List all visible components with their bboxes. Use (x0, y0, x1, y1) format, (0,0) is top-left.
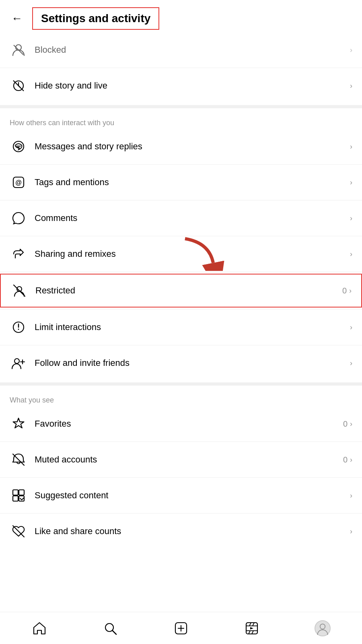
like-share-chevron: › (350, 527, 352, 536)
see-section-label: What you see (0, 389, 362, 408)
comments-item[interactable]: Comments › (0, 202, 362, 234)
svg-point-13 (14, 359, 19, 363)
svg-point-28 (320, 624, 325, 629)
hide-story-right: › (350, 82, 352, 90)
tags-right: › (350, 178, 352, 187)
svg-line-23 (113, 631, 116, 634)
blocked-item[interactable]: Blocked › (0, 34, 362, 66)
messages-item[interactable]: Messages and story replies › (0, 130, 362, 163)
svg-rect-19 (19, 490, 24, 495)
sharing-icon (10, 245, 27, 263)
sharing-right: › (350, 250, 352, 258)
like-share-item[interactable]: Like and share counts › (0, 515, 362, 547)
reels-icon (245, 621, 259, 636)
limit-right: › (350, 323, 352, 332)
muted-right: 0 › (343, 455, 352, 464)
nav-reels[interactable] (236, 616, 268, 640)
avatar (315, 620, 331, 636)
muted-icon (10, 451, 27, 469)
restricted-icon (10, 282, 28, 299)
limit-label: Limit interactions (35, 322, 350, 332)
bottom-nav (0, 612, 362, 644)
nav-home[interactable] (23, 616, 56, 640)
messages-label: Messages and story replies (35, 141, 350, 152)
comments-label: Comments (35, 213, 350, 223)
search-icon (103, 621, 117, 636)
limit-item[interactable]: Limit interactions › (0, 311, 362, 343)
limit-icon (10, 318, 27, 336)
svg-text:@: @ (15, 179, 22, 186)
svg-line-1 (14, 45, 23, 55)
follow-icon (10, 354, 27, 372)
home-icon (32, 621, 47, 636)
svg-point-22 (105, 623, 113, 632)
page-title: Settings and activity (32, 7, 159, 30)
blocked-icon (10, 41, 27, 59)
muted-count: 0 (343, 455, 348, 464)
suggested-chevron: › (350, 491, 352, 500)
svg-rect-17 (13, 490, 18, 495)
favorites-chevron: › (350, 420, 352, 428)
like-share-label: Like and share counts (35, 526, 350, 537)
follow-right: › (350, 359, 352, 367)
restricted-item[interactable]: Restricted 0 › (0, 274, 362, 308)
interact-section-label: How others can interact with you (0, 111, 362, 130)
suggested-label: Suggested content (35, 490, 350, 501)
messages-icon (10, 138, 27, 155)
comments-right: › (350, 214, 352, 223)
messages-right: › (350, 142, 352, 151)
svg-rect-18 (13, 496, 18, 501)
comments-icon (10, 209, 27, 227)
favorites-label: Favorites (35, 419, 343, 429)
like-share-right: › (350, 527, 352, 536)
follow-chevron: › (350, 359, 352, 367)
favorites-item[interactable]: Favorites 0 › (0, 408, 362, 440)
header: ← Settings and activity (0, 0, 362, 34)
hide-story-label: Hide story and live (35, 80, 350, 91)
restricted-right: 0 › (342, 286, 352, 295)
blocked-label: Blocked (35, 45, 350, 55)
suggested-right: › (350, 491, 352, 500)
messages-chevron: › (350, 142, 352, 151)
back-button[interactable]: ← (8, 10, 26, 27)
tags-item[interactable]: @ Tags and mentions › (0, 166, 362, 198)
restricted-count: 0 (342, 286, 347, 295)
sharing-label: Sharing and remixes (35, 249, 350, 259)
tags-icon: @ (10, 173, 27, 191)
nav-profile[interactable] (306, 616, 339, 640)
hide-story-item[interactable]: Hide story and live › (0, 70, 362, 102)
tags-label: Tags and mentions (35, 177, 350, 188)
muted-chevron: › (350, 456, 352, 464)
suggested-icon (10, 487, 27, 504)
hide-story-icon (10, 77, 27, 95)
nav-create[interactable] (165, 616, 197, 640)
muted-label: Muted accounts (35, 454, 343, 465)
favorites-count: 0 (343, 419, 348, 429)
limit-chevron: › (350, 323, 352, 332)
sharing-chevron: › (350, 250, 352, 258)
like-share-icon (10, 522, 27, 540)
nav-search[interactable] (94, 616, 126, 640)
blocked-right: › (350, 46, 352, 54)
blocked-chevron: › (350, 46, 352, 54)
svg-point-12 (18, 329, 19, 330)
create-icon (174, 621, 188, 636)
follow-label: Follow and invite friends (35, 358, 350, 368)
suggested-item[interactable]: Suggested content › (0, 479, 362, 512)
follow-item[interactable]: Follow and invite friends › (0, 347, 362, 379)
sharing-item[interactable]: Sharing and remixes › (0, 238, 362, 270)
tags-chevron: › (350, 178, 352, 187)
hide-story-chevron: › (350, 82, 352, 90)
muted-item[interactable]: Muted accounts 0 › (0, 444, 362, 476)
restricted-label: Restricted (35, 285, 342, 296)
comments-chevron: › (350, 214, 352, 223)
restricted-chevron: › (349, 287, 352, 295)
favorites-right: 0 › (343, 419, 352, 429)
favorites-icon (10, 415, 27, 433)
